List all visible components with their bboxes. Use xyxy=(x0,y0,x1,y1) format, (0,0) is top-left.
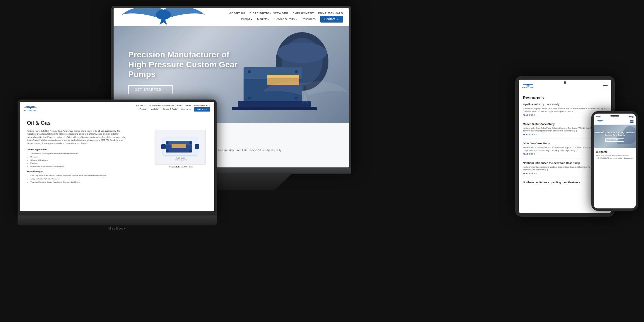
laptop-body-text: Northern Heavy Duty High Pressure Gear P… xyxy=(27,130,126,145)
desktop-navbar: NORTHERN PUMP ABOUT US DISTRIBUTION NETW… xyxy=(114,8,349,26)
svg-rect-20 xyxy=(172,144,186,148)
phone-carrier: AT&T ✦ xyxy=(596,116,601,118)
tablet-logo-wings-icon: NORTHERN PUMP xyxy=(522,83,534,88)
desktop-nav-employment[interactable]: EMPLOYMENT xyxy=(292,12,314,15)
laptop-content-left: Northern Heavy Duty High Pressure Gear P… xyxy=(27,130,149,184)
desktop-nav-service[interactable]: Service & Parts ▾ xyxy=(274,18,297,21)
laptop-page-title: Oil & Gas xyxy=(27,120,207,126)
desktop-nav-manuals[interactable]: PUMP MANUALS xyxy=(318,12,343,15)
svg-point-9 xyxy=(248,70,251,73)
laptop-apps-list: Transport and Metering of Crude Oil and … xyxy=(27,152,149,168)
list-item: Transport and Metering of Crude Oil and … xyxy=(30,152,149,155)
laptop-logo-wings-icon: NORTHERN PUMP xyxy=(24,105,37,111)
desktop-hero-title: Precision Manufacturer of High Pressure … xyxy=(128,50,239,79)
phone-screen: AT&T ✦ 4:21 PM 33% ▓ xyxy=(594,114,636,208)
list-item: Offshore Oil Platforms xyxy=(30,159,149,162)
phone-welcome-text: Since 1929, Northern Pump has manufactur… xyxy=(596,155,633,160)
svg-point-11 xyxy=(248,97,251,100)
svg-text:NORTHERN PUMP: NORTHERN PUMP xyxy=(24,110,37,111)
svg-rect-26 xyxy=(195,144,199,149)
svg-point-23 xyxy=(166,150,169,153)
laptop-pump-diagram: PUMP BASE HYDRAULIC MANIFOLD xyxy=(155,130,206,165)
list-item: Very Small Footprint Equals Huge Space S… xyxy=(30,181,149,184)
phone-logo-wings-icon xyxy=(596,120,604,123)
phone: AT&T ✦ 4:21 PM 33% ▓ xyxy=(591,111,638,211)
hamburger-line-icon xyxy=(630,121,633,122)
laptop-advantages-list: Solid Reputation in the Bakken, Niobrara… xyxy=(27,174,149,184)
desktop-nav-distribution[interactable]: DISTRIBUTION NETWORK xyxy=(249,12,288,15)
phone-get-started-button[interactable]: GET STARTED → xyxy=(605,138,624,142)
desktop-nav-resources[interactable]: Resources xyxy=(302,18,316,21)
laptop-nav-links: Pumps ▾ Markets ▾ Service & Parts ▾ Reso… xyxy=(140,107,210,112)
svg-point-21 xyxy=(166,141,169,144)
svg-point-22 xyxy=(189,141,192,144)
laptop-content-row: Northern Heavy Duty High Pressure Gear P… xyxy=(27,130,207,184)
phone-welcome-title: Welcome xyxy=(596,150,633,153)
laptop-navbar: NORTHERN PUMP ABOUT US DISTRIBUTION NETW… xyxy=(20,102,214,114)
desktop-get-started-button[interactable]: GET STARTED → xyxy=(128,85,173,94)
list-item: Ability to Handle High Inlet Pressures xyxy=(30,177,149,181)
hamburger-line-icon xyxy=(630,120,633,121)
phone-content: Welcome Since 1929, Northern Pump has ma… xyxy=(594,148,636,162)
desktop-hero-text: Precision Manufacturer of High Pressure … xyxy=(128,50,239,94)
laptop-nav-top: ABOUT US DISTRIBUTION NETWORK EMPLOYMENT… xyxy=(136,105,210,106)
laptop-pump-diagram-svg: PUMP BASE HYDRAULIC MANIFOLD xyxy=(157,132,204,161)
tablet-camera xyxy=(564,81,566,84)
tablet-menu-button[interactable] xyxy=(603,84,608,87)
laptop-apps-title: Current applications: xyxy=(27,148,149,150)
svg-text:NORTHERN PUMP: NORTHERN PUMP xyxy=(522,87,534,88)
laptop: NORTHERN PUMP ABOUT US DISTRIBUTION NETW… xyxy=(18,100,217,228)
list-item: Refineries xyxy=(30,155,149,159)
phone-battery: 33% ▓ xyxy=(629,116,633,118)
svg-point-24 xyxy=(189,150,192,153)
phone-hero-title: Precision Manufacturer of High Pressure … xyxy=(594,131,636,136)
laptop-label: MacBook xyxy=(18,227,217,230)
tablet-logo[interactable]: NORTHERN PUMP xyxy=(522,83,534,88)
list-item: Pipelines xyxy=(30,162,149,165)
svg-text:HYDRAULIC MANIFOLD: HYDRAULIC MANIFOLD xyxy=(174,159,187,161)
phone-frame: AT&T ✦ 4:21 PM 33% ▓ xyxy=(591,111,638,211)
desktop-nav-bottom: Pumps ▾ Markets ▾ Service & Parts ▾ Reso… xyxy=(241,16,343,23)
desktop-nav-about[interactable]: ABOUT US xyxy=(229,12,245,15)
phone-hero-text: Precision Manufacturer of High Pressure … xyxy=(594,131,636,142)
phone-navbar xyxy=(594,118,636,125)
svg-rect-25 xyxy=(161,144,166,149)
desktop-contact-button[interactable]: Contact → xyxy=(320,16,343,23)
scene: NORTHERN PUMP ABOUT US DISTRIBUTION NETW… xyxy=(0,0,644,322)
list-item: Solid Reputation in the Bakken, Niobrara… xyxy=(30,174,149,177)
tablet-resources-title: Resources xyxy=(523,95,607,100)
laptop-screen-wrapper: NORTHERN PUMP ABOUT US DISTRIBUTION NETW… xyxy=(18,100,217,214)
laptop-content: Oil & Gas Northern Heavy Duty High Press… xyxy=(20,114,214,189)
phone-logo[interactable] xyxy=(596,120,604,123)
laptop-contact-button[interactable]: Contact → xyxy=(194,107,210,112)
desktop-hero-watermark xyxy=(261,75,349,120)
tablet-card-title-0[interactable]: Pipeline Industry Case Study xyxy=(523,103,607,106)
desktop-nav-top-links: ABOUT US DISTRIBUTION NETWORK EMPLOYMENT… xyxy=(229,12,343,15)
laptop-content-right: PUMP BASE HYDRAULIC MANIFOLD Hydraulical… xyxy=(155,130,207,184)
list-item: Other Industrial Facilities Around the W… xyxy=(30,165,149,168)
svg-point-4 xyxy=(277,42,327,63)
phone-speaker-icon xyxy=(610,115,619,117)
hamburger-line-icon xyxy=(630,122,633,123)
laptop-base xyxy=(18,217,217,225)
laptop-hinge xyxy=(18,214,217,217)
phone-hero: Precision Manufacturer of High Pressure … xyxy=(594,125,636,148)
laptop-diagram-label: Hydraulically Balanced 4900 Series xyxy=(155,166,207,168)
laptop-screen: NORTHERN PUMP ABOUT US DISTRIBUTION NETW… xyxy=(20,102,214,211)
desktop-nav-pumps[interactable]: Pumps ▾ xyxy=(241,18,252,21)
svg-text:PUMP BASE: PUMP BASE xyxy=(176,157,185,159)
hamburger-line-icon xyxy=(603,84,608,84)
laptop-logo[interactable]: NORTHERN PUMP xyxy=(24,105,37,111)
hamburger-line-icon xyxy=(603,85,608,86)
desktop-nav-markets[interactable]: Markets ▾ xyxy=(257,18,270,21)
phone-menu-button[interactable] xyxy=(630,120,633,123)
svg-point-10 xyxy=(295,70,298,73)
hamburger-line-icon xyxy=(603,87,608,87)
laptop-key-adv-title: Key Advantages: xyxy=(27,170,149,172)
